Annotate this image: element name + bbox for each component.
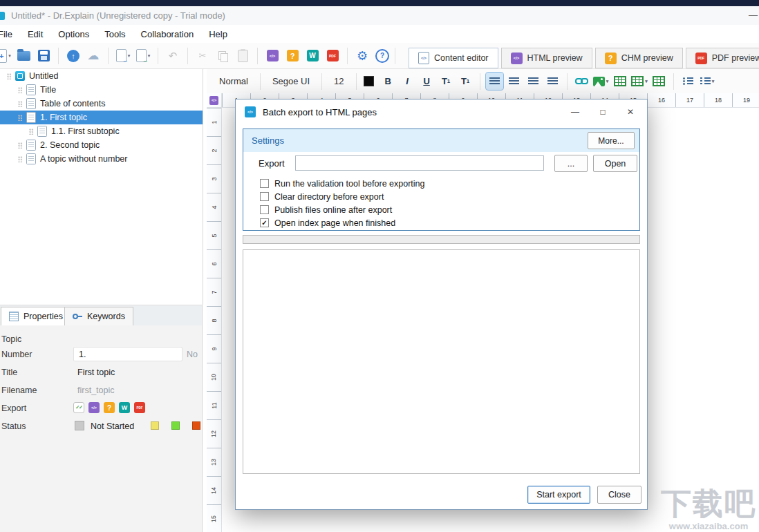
tree-item[interactable]: Title (0, 83, 203, 97)
tree-item[interactable]: 1. First topic (0, 111, 203, 124)
link-button[interactable] (573, 73, 590, 90)
more-button[interactable]: More... (588, 132, 635, 149)
tree-item[interactable]: Table of contents (0, 97, 203, 111)
insert-image-icon (593, 77, 605, 86)
export-document-button[interactable]: ▾ (114, 46, 132, 66)
chm-export-button[interactable] (283, 46, 301, 66)
insert-block-button[interactable]: ▾ (631, 73, 648, 90)
menu-item-help[interactable]: Help (201, 29, 235, 39)
paste-button[interactable] (234, 46, 252, 66)
checkbox[interactable] (260, 218, 269, 227)
word-export-button[interactable] (303, 46, 321, 66)
text-color-button[interactable] (360, 73, 377, 90)
tab-pdf[interactable]: PDF preview (686, 48, 759, 68)
table-grid-button[interactable] (650, 73, 668, 90)
font-family-combo[interactable]: Segoe UI (264, 76, 318, 86)
underline-button[interactable]: U (418, 73, 435, 90)
font-size-combo[interactable]: 12 (326, 76, 352, 86)
insert-image-button[interactable]: ▾ (592, 73, 610, 90)
pdf-export-icon[interactable] (134, 402, 145, 413)
cloud-storage-button[interactable] (84, 46, 102, 66)
dialog-title-bar[interactable]: Batch export to HTML pages — □ ✕ (236, 99, 647, 124)
settings-gear-button[interactable] (353, 46, 371, 66)
insert-table-button[interactable] (612, 73, 629, 90)
pdf-export-button[interactable] (324, 46, 341, 66)
checkbox[interactable] (260, 192, 269, 201)
new-document-button[interactable]: ▾ (0, 46, 12, 66)
title-bar[interactable]: Untitled* - Dr.Explain (Unregistered cop… (0, 6, 759, 25)
separator (58, 48, 59, 64)
superscript-button[interactable]: T1 (457, 73, 474, 90)
menu-item-file[interactable]: File (0, 29, 20, 39)
bold-button[interactable]: B (380, 73, 397, 90)
export-option[interactable]: Open index page when finished (260, 216, 639, 229)
checkbox[interactable] (260, 179, 269, 188)
export-path-input[interactable] (295, 155, 544, 171)
align-right-button[interactable] (525, 73, 542, 90)
dialog-maximize-button[interactable]: □ (598, 107, 608, 117)
tab-label: Keywords (87, 312, 125, 321)
dialog-close-icon[interactable]: ✕ (626, 107, 635, 117)
tab-label: Content editor (434, 53, 489, 63)
close-button[interactable]: Close (597, 486, 641, 504)
paragraph-style-combo[interactable]: Normal (211, 76, 256, 86)
open-button[interactable]: Open (593, 155, 637, 172)
menu-item-tools[interactable]: Tools (97, 29, 133, 39)
dropdown-arrow-icon: ▾ (606, 79, 609, 84)
open-project-button[interactable] (15, 46, 32, 66)
tree-item[interactable]: A topic without number (0, 152, 203, 166)
status-current-swatch[interactable] (75, 421, 84, 430)
export-check-export-icon[interactable] (73, 402, 84, 413)
start-export-button[interactable]: Start export (527, 486, 590, 504)
status-color-swatch[interactable] (151, 421, 159, 430)
filename-value[interactable]: first_topic (77, 386, 115, 395)
title-value[interactable]: First topic (77, 368, 115, 377)
tab-html[interactable]: HTML preview (501, 48, 592, 68)
status-color-swatch[interactable] (192, 421, 200, 430)
number-value: 1. (79, 350, 86, 359)
ruler-number: 6 (210, 262, 217, 265)
menu-item-options[interactable]: Options (50, 29, 97, 39)
align-center-button[interactable] (505, 73, 523, 90)
tree-item[interactable]: Untitled (0, 69, 203, 83)
background-window-strip (0, 0, 759, 6)
html-export-button[interactable] (263, 46, 281, 66)
tab-content-editor[interactable]: Content editor (409, 48, 498, 68)
help-button[interactable] (373, 46, 391, 66)
chm-export-icon[interactable] (104, 402, 115, 413)
export-option[interactable]: Run the validation tool before exporting (260, 177, 639, 190)
save-project-button[interactable] (35, 46, 53, 66)
status-color-swatch[interactable] (171, 421, 180, 430)
minimize-button[interactable]: — (749, 10, 758, 20)
tab-properties[interactable]: Properties (1, 307, 71, 326)
export-log-area (243, 249, 640, 474)
ruler-mark: 10 (207, 363, 221, 391)
export-option[interactable]: Publish files online after export (260, 203, 639, 216)
dialog-minimize-button[interactable]: — (570, 107, 580, 117)
tree-item[interactable]: 1.1. First subtopic (0, 124, 203, 138)
undo-button[interactable] (164, 46, 182, 66)
cut-button[interactable] (194, 46, 212, 66)
copy-button[interactable] (214, 46, 232, 66)
align-justify-button[interactable] (544, 73, 561, 90)
settings-gear-icon (357, 48, 368, 64)
menu-item-edit[interactable]: Edit (20, 29, 50, 39)
italic-button[interactable]: I (399, 73, 416, 90)
upload-cloud-button[interactable] (64, 46, 82, 66)
tree-item[interactable]: 2. Second topic (0, 138, 203, 152)
export-option[interactable]: Clear directory before export (260, 190, 639, 203)
align-left-button[interactable] (486, 73, 503, 90)
checkbox[interactable] (260, 205, 269, 214)
word-export-icon[interactable] (119, 402, 130, 413)
menu-item-collaboration[interactable]: Collaboration (133, 29, 202, 39)
subscript-button[interactable]: T1 (438, 73, 455, 90)
browse-button[interactable]: ... (554, 155, 588, 172)
tab-chm[interactable]: CHM preview (595, 48, 683, 68)
chm-tab-icon (605, 53, 617, 64)
number-field[interactable]: 1. (73, 347, 182, 361)
html-export-icon[interactable] (88, 402, 100, 413)
bullet-list-button[interactable] (680, 73, 697, 90)
tab-keywords[interactable]: Keywords (64, 307, 133, 326)
numbered-list-button[interactable]: ▾ (699, 73, 716, 90)
send-document-button[interactable]: ▾ (134, 46, 152, 66)
